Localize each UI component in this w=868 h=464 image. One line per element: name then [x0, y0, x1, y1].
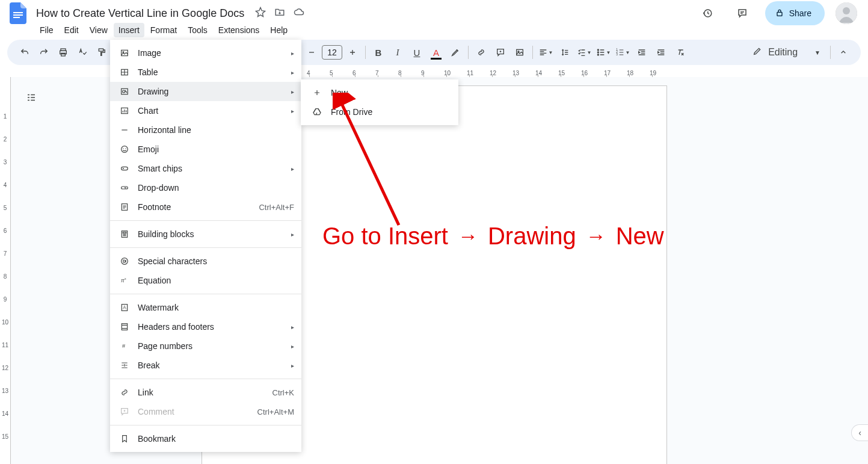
insert-building-blocks[interactable]: Building blocks▸: [110, 224, 301, 244]
plus-icon: [310, 88, 324, 97]
lock-icon: [775, 8, 784, 19]
editing-mode-button[interactable]: Editing ▼: [746, 43, 826, 61]
drawing-from-drive[interactable]: From Drive: [301, 102, 458, 122]
collapse-toolbar-button[interactable]: [834, 43, 852, 61]
insert-footnote[interactable]: FootnoteCtrl+Alt+F: [110, 197, 301, 217]
svg-text:x: x: [125, 277, 126, 280]
move-icon[interactable]: [274, 7, 285, 20]
underline-button[interactable]: U: [408, 43, 426, 61]
insert-page-numbers[interactable]: #Page numbers▸: [110, 336, 301, 356]
separator: [532, 46, 533, 59]
drawing-submenu: NewFrom Drive: [301, 79, 458, 125]
insert-equation[interactable]: πxEquation: [110, 271, 301, 290]
spellcheck-button[interactable]: [73, 43, 91, 61]
increase-indent-button[interactable]: [652, 43, 670, 61]
show-outline-button[interactable]: [20, 87, 42, 108]
side-panel-toggle[interactable]: ‹: [851, 424, 868, 441]
insert-image-button[interactable]: [511, 43, 529, 61]
vruler-tick: 2: [0, 136, 10, 143]
insert-special-characters[interactable]: Special characters: [110, 252, 301, 271]
italic-button[interactable]: I: [389, 43, 407, 61]
insert-link-button[interactable]: [472, 43, 490, 61]
menu-separator: [110, 247, 301, 248]
svg-point-27: [125, 148, 126, 149]
increase-font-size-button[interactable]: [343, 43, 362, 61]
menu-item-label: Footnote: [138, 202, 259, 212]
menu-tools[interactable]: Tools: [183, 23, 212, 37]
emoji-icon: [117, 144, 132, 154]
paint-format-button[interactable]: [93, 43, 111, 61]
insert-link[interactable]: LinkCtrl+K: [110, 383, 301, 402]
insert-emoji[interactable]: Emoji: [110, 140, 301, 159]
insert-drawing[interactable]: Drawing▸: [110, 82, 301, 101]
menu-item-label: Drawing: [138, 87, 291, 96]
insert-bookmark[interactable]: Bookmark: [110, 429, 301, 448]
insert-table[interactable]: Table▸: [110, 63, 301, 82]
chevron-down-icon: ▼: [814, 49, 820, 56]
equation-icon: πx: [117, 276, 132, 285]
watermark-icon: [117, 303, 132, 312]
insert-drop-down[interactable]: Drop-down: [110, 178, 301, 197]
numbered-list-button[interactable]: 123▼: [614, 43, 632, 61]
headers-icon: [117, 322, 132, 332]
submenu-arrow-icon: ▸: [291, 50, 294, 57]
insert-watermark[interactable]: Watermark: [110, 298, 301, 317]
align-button[interactable]: ▼: [537, 43, 555, 61]
history-button[interactable]: [695, 1, 719, 25]
vruler-tick: 6: [0, 227, 10, 234]
drawing-icon: [117, 87, 132, 96]
cloud-status-icon[interactable]: [294, 7, 304, 20]
vruler-tick: 9: [0, 296, 10, 303]
menu-item-label: Comment: [138, 407, 257, 416]
menu-item-label: Drop-down: [138, 183, 294, 193]
text-color-button[interactable]: A: [427, 43, 445, 61]
insert-chart[interactable]: Chart▸: [110, 101, 301, 120]
font-size-input[interactable]: [322, 45, 342, 60]
menu-item-label: Page numbers: [138, 341, 291, 351]
print-button[interactable]: [54, 43, 72, 61]
submenu-arrow-icon: ▸: [291, 165, 294, 172]
star-icon[interactable]: [255, 7, 266, 20]
drawing-new[interactable]: New: [301, 83, 458, 102]
vruler-tick: 5: [0, 205, 10, 211]
svg-rect-38: [122, 324, 127, 330]
insert-headers-and-footers[interactable]: Headers and footers▸: [110, 317, 301, 336]
redo-button[interactable]: [35, 43, 53, 61]
comments-button[interactable]: [730, 1, 754, 25]
menu-file[interactable]: File: [35, 23, 58, 37]
bulleted-list-button[interactable]: ▼: [594, 43, 612, 61]
undo-button[interactable]: [16, 43, 34, 61]
insert-image[interactable]: Image▸: [110, 43, 301, 63]
titlebar: How to Create Vertical Line in Google Do…: [0, 0, 868, 23]
insert-comment-button[interactable]: [491, 43, 509, 61]
account-avatar[interactable]: [836, 2, 857, 24]
submenu-arrow-icon: ▸: [291, 362, 294, 369]
menu-format[interactable]: Format: [146, 23, 182, 37]
image-icon: [117, 48, 132, 58]
document-title[interactable]: How to Create Vertical Line in Google Do…: [32, 6, 248, 21]
chart-icon: [117, 106, 132, 116]
separator: [365, 46, 366, 59]
insert-smart-chips[interactable]: Smart chips▸: [110, 159, 301, 178]
vruler-tick: 8: [0, 273, 10, 280]
menu-view[interactable]: View: [85, 23, 112, 37]
share-button[interactable]: Share: [765, 1, 825, 25]
checklist-button[interactable]: ▼: [575, 43, 593, 61]
decrease-indent-button[interactable]: [633, 43, 651, 61]
separator: [830, 46, 831, 59]
highlight-button[interactable]: [446, 43, 464, 61]
menu-extensions[interactable]: Extensions: [214, 23, 264, 37]
menu-help[interactable]: Help: [265, 23, 292, 37]
clear-formatting-button[interactable]: [671, 43, 689, 61]
docs-logo-icon[interactable]: [6, 1, 30, 25]
decrease-font-size-button[interactable]: [303, 43, 321, 61]
insert-horizontal-line[interactable]: Horizontal line: [110, 120, 301, 140]
drive-icon: [310, 107, 324, 117]
line-spacing-button[interactable]: [556, 43, 574, 61]
vertical-ruler[interactable]: 123456789101112131415: [0, 77, 11, 464]
menu-insert[interactable]: Insert: [114, 23, 144, 37]
insert-break[interactable]: Break▸: [110, 356, 301, 375]
bold-button[interactable]: B: [369, 43, 387, 61]
menu-edit[interactable]: Edit: [60, 23, 84, 37]
menubar: FileEditViewInsertFormatToolsExtensionsH…: [0, 23, 868, 40]
